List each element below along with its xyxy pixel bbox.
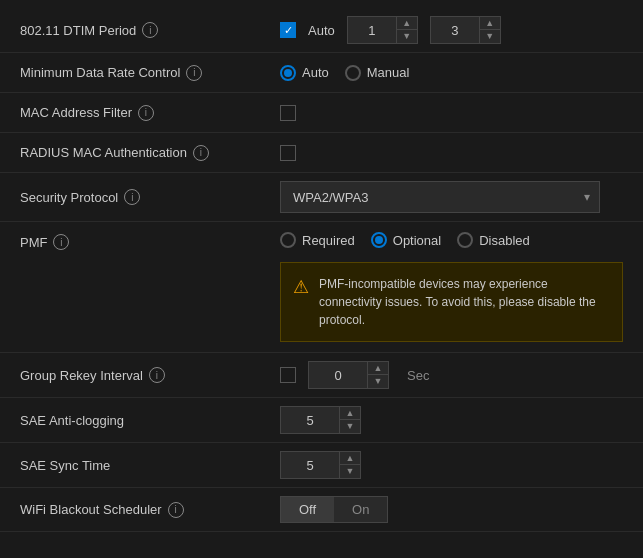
- sae-anti-label-text: SAE Anti-clogging: [20, 413, 124, 428]
- pmf-section: Required Optional Disabled ⚠ PMF-incompa…: [280, 232, 623, 342]
- sae-anti-row: SAE Anti-clogging 5 ▲ ▼: [0, 398, 643, 443]
- mac-filter-label-text: MAC Address Filter: [20, 105, 132, 120]
- pmf-label: PMF i: [20, 234, 280, 250]
- mac-filter-row: MAC Address Filter i: [0, 93, 643, 133]
- min-data-rate-auto-label: Auto: [302, 65, 329, 80]
- sae-sync-value: 5: [280, 451, 340, 479]
- mac-filter-label: MAC Address Filter i: [20, 105, 280, 121]
- group-rekey-info-icon[interactable]: i: [149, 367, 165, 383]
- sae-sync-label-text: SAE Sync Time: [20, 458, 110, 473]
- dtim-label: 802.11 DTIM Period i: [20, 22, 280, 38]
- wifi-blackout-row: WiFi Blackout Scheduler i Off On: [0, 488, 643, 532]
- pmf-disabled-label: Disabled: [479, 233, 530, 248]
- sae-sync-up[interactable]: ▲: [340, 452, 360, 465]
- min-data-rate-control: Auto Manual: [280, 65, 623, 81]
- pmf-optional-radio[interactable]: [371, 232, 387, 248]
- pmf-info-icon[interactable]: i: [53, 234, 69, 250]
- wifi-blackout-label: WiFi Blackout Scheduler i: [20, 502, 280, 518]
- dtim-value2-box: 3 ▲ ▼: [430, 16, 501, 44]
- radius-mac-label-text: RADIUS MAC Authentication: [20, 145, 187, 160]
- dtim-up2[interactable]: ▲: [480, 17, 500, 30]
- pmf-disabled-radio[interactable]: [457, 232, 473, 248]
- dtim-up1[interactable]: ▲: [397, 17, 417, 30]
- group-rekey-row: Group Rekey Interval i 0 ▲ ▼ Sec: [0, 353, 643, 398]
- pmf-optional-label: Optional: [393, 233, 441, 248]
- dtim-checkbox[interactable]: [280, 22, 296, 38]
- sae-anti-down[interactable]: ▼: [340, 420, 360, 433]
- security-protocol-dropdown-wrapper: WPA2/WPA3 WPA2 WPA3 ▾: [280, 181, 600, 213]
- wifi-blackout-off-button[interactable]: Off: [281, 497, 334, 522]
- min-data-rate-info-icon[interactable]: i: [186, 65, 202, 81]
- sae-anti-control: 5 ▲ ▼: [280, 406, 623, 434]
- min-data-rate-radio-group: Auto Manual: [280, 65, 409, 81]
- pmf-required-radio[interactable]: [280, 232, 296, 248]
- sae-anti-up[interactable]: ▲: [340, 407, 360, 420]
- wifi-blackout-label-text: WiFi Blackout Scheduler: [20, 502, 162, 517]
- wifi-blackout-info-icon[interactable]: i: [168, 502, 184, 518]
- dtim-value1: 1: [347, 16, 397, 44]
- sae-anti-value-box: 5 ▲ ▼: [280, 406, 361, 434]
- wifi-blackout-toggle: Off On: [280, 496, 388, 523]
- radius-mac-info-icon[interactable]: i: [193, 145, 209, 161]
- pmf-disabled-option[interactable]: Disabled: [457, 232, 530, 248]
- dtim-spinner2: ▲ ▼: [480, 16, 501, 44]
- pmf-row: PMF i Required Optional Disabled: [0, 222, 643, 353]
- min-data-rate-auto-radio[interactable]: [280, 65, 296, 81]
- mac-filter-info-icon[interactable]: i: [138, 105, 154, 121]
- pmf-optional-option[interactable]: Optional: [371, 232, 441, 248]
- min-data-rate-label-text: Minimum Data Rate Control: [20, 65, 180, 80]
- sae-anti-spinner: ▲ ▼: [340, 406, 361, 434]
- radius-mac-label: RADIUS MAC Authentication i: [20, 145, 280, 161]
- dtim-down1[interactable]: ▼: [397, 30, 417, 43]
- wifi-blackout-on-button[interactable]: On: [334, 497, 387, 522]
- sae-sync-down[interactable]: ▼: [340, 465, 360, 478]
- pmf-required-label: Required: [302, 233, 355, 248]
- wifi-blackout-control: Off On: [280, 496, 623, 523]
- dtim-auto-label: Auto: [308, 23, 335, 38]
- dtim-value2: 3: [430, 16, 480, 44]
- security-protocol-label: Security Protocol i: [20, 189, 280, 205]
- min-data-rate-manual-radio[interactable]: [345, 65, 361, 81]
- pmf-warning-icon: ⚠: [293, 276, 309, 298]
- radius-mac-row: RADIUS MAC Authentication i: [0, 133, 643, 173]
- dtim-info-icon[interactable]: i: [142, 22, 158, 38]
- min-data-rate-auto-option[interactable]: Auto: [280, 65, 329, 81]
- mac-filter-checkbox[interactable]: [280, 105, 296, 121]
- sae-sync-control: 5 ▲ ▼: [280, 451, 623, 479]
- group-rekey-checkbox[interactable]: [280, 367, 296, 383]
- sae-sync-value-box: 5 ▲ ▼: [280, 451, 361, 479]
- group-rekey-control: 0 ▲ ▼ Sec: [280, 361, 623, 389]
- min-data-rate-label: Minimum Data Rate Control i: [20, 65, 280, 81]
- min-data-rate-row: Minimum Data Rate Control i Auto Manual: [0, 53, 643, 93]
- group-rekey-value: 0: [308, 361, 368, 389]
- security-protocol-select[interactable]: WPA2/WPA3 WPA2 WPA3: [280, 181, 600, 213]
- security-protocol-info-icon[interactable]: i: [124, 189, 140, 205]
- dtim-spinner1: ▲ ▼: [397, 16, 418, 44]
- group-rekey-up[interactable]: ▲: [368, 362, 388, 375]
- radius-mac-checkbox[interactable]: [280, 145, 296, 161]
- sae-anti-value: 5: [280, 406, 340, 434]
- sae-sync-label: SAE Sync Time: [20, 458, 280, 473]
- sae-sync-spinner: ▲ ▼: [340, 451, 361, 479]
- security-protocol-row: Security Protocol i WPA2/WPA3 WPA2 WPA3 …: [0, 173, 643, 222]
- group-rekey-value-box: 0 ▲ ▼: [308, 361, 389, 389]
- dtim-value1-box: 1 ▲ ▼: [347, 16, 418, 44]
- min-data-rate-manual-label: Manual: [367, 65, 410, 80]
- dtim-control: Auto 1 ▲ ▼ 3 ▲ ▼: [280, 16, 623, 44]
- min-data-rate-manual-option[interactable]: Manual: [345, 65, 410, 81]
- pmf-control: Required Optional Disabled ⚠ PMF-incompa…: [280, 232, 623, 342]
- radius-mac-control: [280, 145, 623, 161]
- security-protocol-control: WPA2/WPA3 WPA2 WPA3 ▾: [280, 181, 623, 213]
- pmf-warning-box: ⚠ PMF-incompatible devices may experienc…: [280, 262, 623, 342]
- settings-panel: 802.11 DTIM Period i Auto 1 ▲ ▼ 3 ▲ ▼: [0, 0, 643, 540]
- pmf-radio-group: Required Optional Disabled: [280, 232, 623, 248]
- group-rekey-unit: Sec: [407, 368, 429, 383]
- dtim-row: 802.11 DTIM Period i Auto 1 ▲ ▼ 3 ▲ ▼: [0, 8, 643, 53]
- pmf-required-option[interactable]: Required: [280, 232, 355, 248]
- mac-filter-control: [280, 105, 623, 121]
- dtim-down2[interactable]: ▼: [480, 30, 500, 43]
- sae-sync-row: SAE Sync Time 5 ▲ ▼: [0, 443, 643, 488]
- sae-anti-label: SAE Anti-clogging: [20, 413, 280, 428]
- group-rekey-down[interactable]: ▼: [368, 375, 388, 388]
- group-rekey-label: Group Rekey Interval i: [20, 367, 280, 383]
